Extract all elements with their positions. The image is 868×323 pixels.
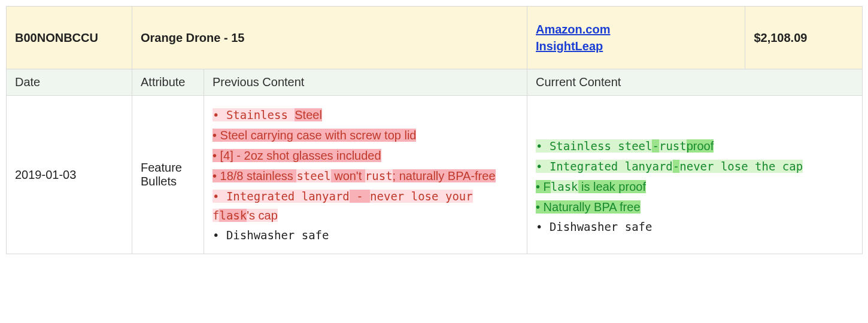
price-cell: $2,108.09 [745,7,862,69]
insightleap-link[interactable]: InsightLeap [536,38,736,54]
product-name-cell: Orange Drone - 15 [132,7,527,69]
col-date: Date [7,69,132,96]
col-previous: Previous Content [204,69,527,96]
current-content-cell: • Stainless steel-rustproof • Integrated… [527,96,863,254]
attribute-cell: Feature Bullets [132,96,204,254]
diff-table: B00NONBCCU Orange Drone - 15 Amazon.com … [6,6,863,254]
diff-row: 2019-01-03 Feature Bullets • Stainless S… [7,96,863,254]
col-attribute: Attribute [132,69,204,96]
links-price-cell: Amazon.com InsightLeap $2,108.09 [527,7,863,69]
date-cell: 2019-01-03 [7,96,132,254]
sku-cell: B00NONBCCU [7,7,132,69]
column-headers-row: Date Attribute Previous Content Current … [7,69,863,96]
col-current: Current Content [527,69,863,96]
amazon-link[interactable]: Amazon.com [536,21,736,38]
product-header-row: B00NONBCCU Orange Drone - 15 Amazon.com … [7,7,863,69]
previous-content-cell: • Stainless Steel • Steel carrying case … [204,96,527,254]
